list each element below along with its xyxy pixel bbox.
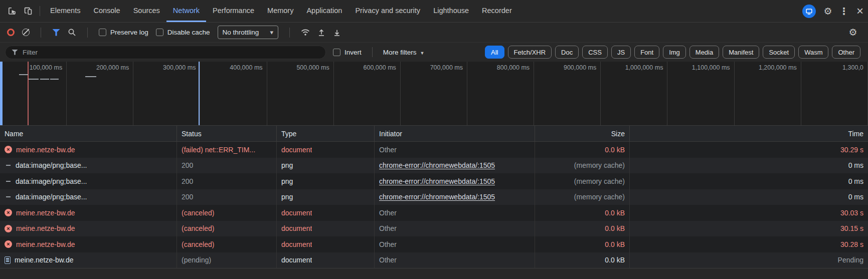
waterfall-bar	[40, 79, 49, 80]
initiator-link[interactable]: chrome-error://chromewebdata/:1505	[379, 161, 495, 169]
device-toolbar-icon[interactable]	[20, 3, 36, 19]
filter-chip-media[interactable]: Media	[689, 46, 719, 59]
chevron-down-icon	[420, 49, 425, 56]
network-conditions-icon[interactable]	[301, 29, 310, 36]
column-header-status[interactable]: Status	[177, 126, 276, 141]
column-header-time[interactable]: Time	[629, 126, 868, 141]
devtools-window: Elements Console Sources Network Perform…	[0, 0, 868, 279]
tab-network[interactable]: Network	[166, 0, 206, 22]
waterfall-bar	[85, 76, 96, 77]
tab-memory[interactable]: Memory	[261, 0, 300, 22]
timeline-label: 1,200,000 ms	[735, 62, 801, 74]
tab-elements[interactable]: Elements	[44, 0, 87, 22]
table-row[interactable]: data:image/png;base... 200 png chrome-er…	[0, 173, 868, 189]
more-options-menu-icon[interactable]	[836, 3, 852, 19]
filter-chip-all[interactable]: All	[485, 46, 504, 59]
error-icon: ×	[5, 225, 12, 232]
network-overview-timeline[interactable]: 100,000 ms 200,000 ms 300,000 ms 400,000…	[0, 62, 868, 126]
tab-lighthouse[interactable]: Lighthouse	[427, 0, 475, 22]
filter-chip-js[interactable]: JS	[611, 46, 631, 59]
filter-funnel-icon	[12, 50, 18, 55]
disable-cache-checkbox[interactable]: Disable cache	[156, 29, 210, 36]
timeline-label: 200,000 ms	[67, 62, 133, 74]
throttling-select[interactable]: No throttling	[218, 26, 278, 39]
load-event-marker	[28, 62, 29, 125]
tab-recorder[interactable]: Recorder	[475, 0, 518, 22]
table-row[interactable]: ×meine.netze-bw.de (failed) net::ERR_TIM…	[0, 142, 868, 158]
toolbar-divider	[40, 6, 40, 16]
filter-chip-other[interactable]: Other	[832, 46, 860, 59]
column-header-name[interactable]: Name	[0, 126, 177, 141]
timeline-label: 500,000 ms	[267, 62, 334, 74]
panel-tabs: Elements Console Sources Network Perform…	[44, 0, 518, 22]
filter-chip-font[interactable]: Font	[634, 46, 659, 59]
filter-chip-fetch-xhr[interactable]: Fetch/XHR	[508, 46, 552, 59]
filter-chip-manifest[interactable]: Manifest	[723, 46, 759, 59]
filter-chip-css[interactable]: CSS	[582, 46, 608, 59]
filter-chip-socket[interactable]: Socket	[763, 46, 795, 59]
requests-table-header: Name Status Type Initiator Size Time	[0, 126, 868, 142]
filter-input-wrapper[interactable]	[5, 46, 326, 59]
waterfall-bar	[29, 79, 39, 80]
tab-privacy-and-security[interactable]: Privacy and security	[349, 0, 427, 22]
timeline-label: 100,000 ms	[0, 62, 67, 74]
column-header-size[interactable]: Size	[535, 126, 629, 141]
toolbar-divider	[289, 28, 290, 38]
requests-table-body: ×meine.netze-bw.de (failed) net::ERR_TIM…	[0, 142, 868, 268]
table-row[interactable]: meine.netze-bw.de (pending) document Oth…	[0, 252, 868, 268]
timeline-label: 1,000,000 ms	[601, 62, 667, 74]
device-cast-badge-icon[interactable]	[802, 5, 816, 18]
toolbar-divider	[87, 28, 88, 38]
table-row[interactable]: data:image/png;base... 200 png chrome-er…	[0, 189, 868, 205]
checkbox-box	[99, 29, 106, 36]
timeline-label: 1,300,0	[801, 62, 868, 74]
filter-toggle-icon[interactable]	[52, 29, 60, 36]
column-header-type[interactable]: Type	[276, 126, 374, 141]
search-icon[interactable]	[68, 28, 76, 37]
tab-console[interactable]: Console	[87, 0, 126, 22]
timeline-label: 1,100,000 ms	[667, 62, 734, 74]
image-resource-icon	[5, 193, 12, 200]
column-header-initiator[interactable]: Initiator	[374, 126, 535, 141]
initiator-link[interactable]: chrome-error://chromewebdata/:1505	[379, 177, 495, 185]
dom-content-loaded-marker	[199, 62, 200, 125]
export-har-icon[interactable]	[317, 29, 325, 37]
network-settings-gear-icon[interactable]	[845, 25, 861, 41]
image-resource-icon	[5, 162, 12, 169]
filter-chip-img[interactable]: Img	[663, 46, 686, 59]
network-toolbar: Preserve log Disable cache No throttling	[0, 23, 868, 43]
timeline-label: 900,000 ms	[534, 62, 601, 74]
error-icon: ×	[5, 209, 12, 216]
clear-network-log-icon[interactable]	[22, 29, 30, 36]
settings-gear-icon[interactable]	[820, 3, 836, 19]
tab-sources[interactable]: Sources	[127, 0, 166, 22]
table-row[interactable]: ×meine.netze-bw.de (canceled) document O…	[0, 205, 868, 221]
filter-chip-wasm[interactable]: Wasm	[798, 46, 828, 59]
filter-input[interactable]	[23, 49, 319, 56]
inspect-element-icon[interactable]	[4, 3, 20, 19]
error-icon: ×	[5, 240, 12, 248]
initiator-link[interactable]: chrome-error://chromewebdata/:1505	[379, 193, 495, 201]
overview-selection-handle[interactable]	[0, 62, 3, 125]
checkbox-box	[333, 49, 340, 56]
timeline-label: 400,000 ms	[200, 62, 267, 74]
waterfall-bar	[19, 74, 28, 75]
network-filter-bar: Invert More filters All Fetch/XHR Doc CS…	[0, 43, 868, 62]
toolbar-divider	[41, 28, 41, 38]
table-row[interactable]: ×meine.netze-bw.de (canceled) document O…	[0, 221, 868, 237]
tab-application[interactable]: Application	[300, 0, 349, 22]
record-network-log-icon[interactable]	[7, 29, 15, 36]
timeline-label: 700,000 ms	[401, 62, 467, 74]
table-row[interactable]: data:image/png;base... 200 png chrome-er…	[0, 158, 868, 174]
invert-checkbox[interactable]: Invert	[333, 49, 362, 56]
timeline-labels: 100,000 ms 200,000 ms 300,000 ms 400,000…	[0, 62, 868, 74]
filter-chip-doc[interactable]: Doc	[555, 46, 579, 59]
preserve-log-checkbox[interactable]: Preserve log	[99, 29, 148, 36]
more-filters-button[interactable]: More filters	[383, 49, 425, 56]
timeline-label: 300,000 ms	[133, 62, 200, 74]
table-row[interactable]: ×meine.netze-bw.de (canceled) document O…	[0, 236, 868, 252]
network-status-bar	[0, 268, 868, 279]
close-devtools-icon[interactable]	[852, 3, 868, 19]
tab-performance[interactable]: Performance	[206, 0, 261, 22]
import-har-icon[interactable]	[333, 29, 341, 37]
